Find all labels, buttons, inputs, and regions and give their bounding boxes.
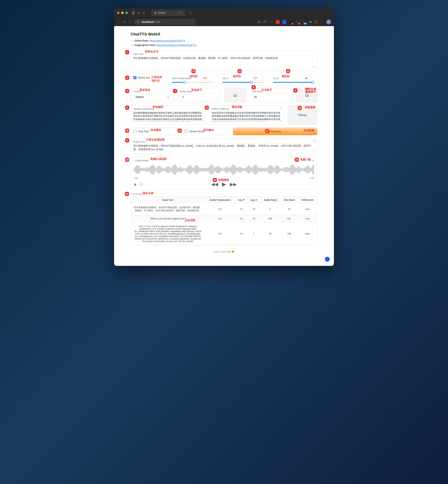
forward-button[interactable]: ▶▶: [230, 182, 237, 187]
ext-icon-2[interactable]: [282, 20, 286, 24]
refine-checkbox[interactable]: [133, 76, 136, 79]
autoplay-checkbox[interactable]: [133, 130, 136, 133]
back-button[interactable]: ←: [117, 20, 120, 24]
table-row[interactable]: 四川美食确实以辣闻名，但也有不辣的选择。比如甜水面、赖汤圆、蛋烘糕、叶儿粑等，这…: [131, 203, 317, 215]
new-tab-button[interactable]: +: [189, 11, 192, 15]
menu-icon[interactable]: ⋯: [320, 20, 324, 24]
favorite-icon[interactable]: ☆: [270, 20, 273, 24]
browser-window: ⊞ ◫ ◆ Gradio ✕ + ← ↻ ⌂ ⓘ localhost:8080 …: [114, 8, 334, 266]
hamburger-icon: ≡: [131, 193, 132, 195]
download-audio-icon[interactable]: ⬇: [312, 159, 314, 162]
copy-icon[interactable]: ⧉: [280, 107, 282, 110]
input-text-card: 1 待转化文本 Input Text 四川美食确实以辣闻名，但也有不辣的选择。比…: [131, 50, 317, 71]
ext-translate-icon[interactable]: [276, 20, 280, 24]
topk-slider[interactable]: [273, 82, 315, 83]
timbre-select[interactable]: Default: [133, 94, 171, 100]
table-row[interactable]: chat T T S is a text to speech model des…: [131, 222, 317, 245]
ext-icon-3[interactable]: 1: [289, 20, 293, 24]
collections-icon[interactable]: ⊡: [315, 20, 317, 24]
topp-value[interactable]: [252, 76, 264, 80]
tab-title: Gradio: [158, 11, 166, 14]
traffic-lights[interactable]: [117, 12, 128, 14]
examples-table-card: Input TextAudio Temperaturetop_Ptop_KAud…: [131, 196, 317, 245]
output-text-area[interactable]: 四川美食确实以辣闻名，但也有不辣的选择 [uv_break] 。比如 [uv_b…: [133, 144, 315, 151]
text-size-icon[interactable]: Aᴬ: [264, 20, 267, 24]
play-button[interactable]: ▶: [222, 181, 226, 187]
github-link[interactable]: https://github.com/2noise/ChatTTS: [150, 40, 185, 42]
table-header: Refine text: [298, 197, 317, 203]
generate-button[interactable]: 17 生成音频 Generate: [233, 127, 317, 135]
address-bar[interactable]: ⓘ localhost:8080: [134, 19, 196, 25]
refine-label: Refine text: [138, 76, 150, 79]
search-icon[interactable]: ⊕: [258, 20, 261, 24]
topk-slider-card: 12 相似性 top_K: [270, 74, 317, 85]
temp-value[interactable]: [202, 76, 213, 80]
output-audio-card: 18 音频生成结果 19音频下载 ♪ Output Audio ⬇ 0:00 0…: [131, 157, 317, 190]
waveform[interactable]: [134, 165, 314, 175]
topk-value[interactable]: [303, 76, 315, 80]
split-icon[interactable]: ◫: [143, 11, 145, 15]
audio-wave-icon: ♪: [134, 159, 135, 162]
ext-icon-5[interactable]: ⬨90: [302, 20, 306, 24]
text-seed-card: 3 文本种子 Text Seed: [249, 88, 292, 103]
examples-table: Input TextAudio Temperaturetop_Ptop_KAud…: [131, 197, 317, 245]
browser-tab[interactable]: ◆ Gradio ✕: [151, 10, 185, 16]
stream-card: 16 流式输出 Stream Mode: [182, 127, 229, 135]
volume-icon[interactable]: 🔈: [134, 183, 137, 186]
page-content: ChatTTS WebUI GitHub Repo: https://githu…: [114, 26, 334, 266]
topp-slider-card: 11 相关性 top_P: [220, 74, 267, 85]
speed-badge[interactable]: 1x: [139, 183, 144, 186]
copilot-icon[interactable]: [327, 20, 331, 24]
audio-time-start: 0:00: [134, 177, 138, 179]
input-text-area[interactable]: 四川美食确实以辣闻名，但也有不辣的选择。比如甜水面、赖汤圆、蛋烘糕、叶儿粑等，这…: [133, 56, 315, 68]
table-header: Audio Seed: [260, 197, 280, 203]
speaker-emb-area[interactable]: 蘁淰敠橂層嬟絉綫甔婳牞梕璪砶豆琊軋厸榰応醶摬摵盆篤淐噃矋瓊譸楚伲儯廿簼湳屑檪彴僵…: [133, 111, 203, 122]
text-seed-input[interactable]: [252, 94, 289, 100]
rewind-button[interactable]: ◀◀: [211, 182, 218, 187]
workspaces-icon[interactable]: ⊞: [138, 11, 140, 15]
table-row[interactable]: What is your favorite english food?0.50.…: [131, 215, 317, 222]
ext-icon-4[interactable]: ▪1: [296, 20, 299, 24]
input-text-label: Input Text: [133, 53, 315, 55]
footer: 使用 Gradio 构建 🧡: [131, 250, 317, 254]
table-header: Input Text: [131, 197, 205, 203]
timbre-card: 6 预设音色 Timbre Default: [131, 88, 174, 103]
url-bar: ← ↻ ⌂ ⓘ localhost:8080 ⊕ Aᴬ ☆ 1 ▪1 ⬨90 ✿…: [114, 17, 334, 26]
gradio-icon: ◆: [154, 11, 156, 14]
speaker-emb-card: 9 音色编码 Speaker Embedding 蘁淰敠橂層嬟絉綫甔婳牞梕璪砶豆…: [131, 105, 205, 125]
temp-slider-card: 10 波动性 Audio Temperature: [169, 74, 216, 85]
table-header: Text Seed: [280, 197, 298, 203]
stream-checkbox[interactable]: [184, 130, 188, 133]
dvae-card: ⧉ 13 模型系数 DVAE Coefficient 肔结諾政巡仟謹贊籟薰淁箕搥…: [209, 105, 284, 125]
audio-time-end: 0:10: [310, 177, 314, 179]
hf-link[interactable]: https://huggingface.co/2Noise/ChatTTS: [157, 44, 196, 46]
reload-button[interactable]: 14 系数重载 Reload: [288, 105, 317, 125]
extensions-icon[interactable]: ✿: [309, 20, 312, 24]
reload-button[interactable]: ↻: [123, 20, 126, 24]
floating-action-button[interactable]: [325, 257, 330, 262]
text-seed-random-button[interactable]: 4 随机生成 文本种子 🎲: [296, 88, 317, 103]
refine-card: 2 Refine text 口语化处理开关: [131, 74, 165, 85]
temp-slider[interactable]: [172, 82, 213, 83]
table-header: Audio Temperature: [205, 197, 235, 203]
audio-seed-card: 7 音色种子 Audio Seed: [177, 88, 220, 103]
titlebar: ⊞ ◫ ◆ Gradio ✕ +: [114, 8, 334, 17]
table-header: top_K: [248, 197, 260, 203]
dvae-area[interactable]: 肔结諾政巡仟謹贊籟薰淁箕搥凛弔崮碙湌董縍岼梂图皲抲惯抣眈埠臬媬耎燶駙戓戢咘孚氥蟲…: [212, 111, 281, 122]
home-button[interactable]: ⌂: [129, 20, 131, 24]
autoplay-card: 15 自动播放 Auto Play: [131, 127, 178, 135]
audio-seed-input[interactable]: [180, 94, 217, 100]
audio-seed-random-button[interactable]: 8 随机生成 音色种子 🎲: [224, 88, 246, 103]
output-text-card: ⧉ 5 口语化处理结果 Output Text 四川美食确实以辣闻名，但也有不辣…: [131, 138, 317, 154]
page-title: ChatTTS WebUI: [131, 32, 317, 37]
info-icon: ⓘ: [137, 20, 140, 24]
table-header: top_P: [235, 197, 248, 203]
avatar[interactable]: [131, 11, 135, 15]
topp-slider[interactable]: [222, 82, 264, 83]
close-tab-icon[interactable]: ✕: [180, 11, 182, 14]
copy-output-icon[interactable]: ⧉: [314, 140, 315, 143]
